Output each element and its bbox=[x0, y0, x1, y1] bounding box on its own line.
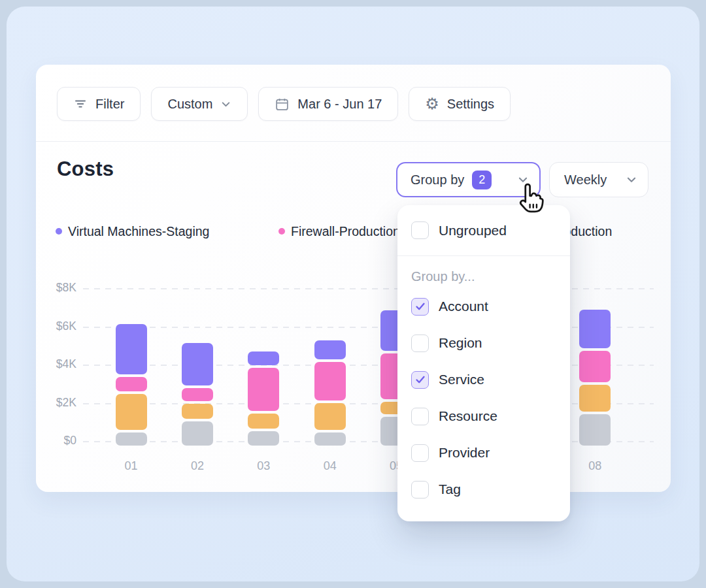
bar-segment-virtual-machines-staging[interactable] bbox=[579, 310, 611, 348]
toolbar: Filter Custom Mar 6 - Jun 17 ⚙ Settings bbox=[57, 87, 511, 121]
page-title: Costs bbox=[57, 157, 114, 181]
date-range-label: Mar 6 - Jun 17 bbox=[297, 97, 382, 112]
checkbox-unchecked[interactable] bbox=[411, 335, 429, 352]
bar-segment-virtual-machines-staging[interactable] bbox=[182, 343, 213, 385]
dropdown-option-account[interactable]: Account bbox=[397, 288, 570, 325]
legend-dot-icon bbox=[278, 228, 285, 235]
dropdown-option-service[interactable]: Service bbox=[397, 361, 570, 398]
dropdown-option-label: Region bbox=[439, 335, 482, 351]
chevron-down-icon bbox=[517, 174, 529, 186]
bar-segment-virtual-machines-staging[interactable] bbox=[248, 351, 279, 365]
bar-segment-unknown-a-legend-hidden-[interactable] bbox=[248, 431, 279, 446]
bar-segment-firewall-production[interactable] bbox=[248, 368, 279, 411]
legend-item[interactable]: Firewall-Production bbox=[278, 222, 400, 240]
dropdown-option-label: Service bbox=[439, 372, 484, 387]
gear-icon: ⚙ bbox=[425, 96, 439, 112]
x-axis-tick-label: 04 bbox=[314, 459, 346, 473]
app-background: { "theme": { "accent_purple": "#8577f2",… bbox=[0, 0, 706, 588]
bar-segment-firewall-production[interactable] bbox=[579, 351, 611, 382]
period-select[interactable]: Weekly bbox=[549, 162, 648, 197]
dropdown-option-resource[interactable]: Resource bbox=[397, 398, 570, 434]
dropdown-option-label: Tag bbox=[439, 482, 461, 497]
dropdown-option-label: Provider bbox=[439, 445, 490, 461]
bar-segment-unknown-a-legend-hidden-[interactable] bbox=[579, 414, 611, 446]
y-axis-tick-label: $0 bbox=[36, 434, 76, 448]
dropdown-section-label: Group by... bbox=[411, 269, 556, 284]
group-by-dropdown-menu: Ungrouped Group by... AccountRegionServi… bbox=[397, 205, 570, 521]
bar-segment-unknown-a-legend-hidden-[interactable] bbox=[182, 421, 213, 446]
date-range-button[interactable]: Mar 6 - Jun 17 bbox=[258, 87, 398, 121]
costs-card: Filter Custom Mar 6 - Jun 17 ⚙ Settings … bbox=[36, 65, 671, 492]
bar-segment-unknown-b-legend-hidden-[interactable] bbox=[314, 403, 346, 430]
filter-label: Filter bbox=[95, 97, 124, 112]
filter-icon bbox=[73, 97, 88, 111]
settings-button[interactable]: ⚙ Settings bbox=[409, 87, 511, 121]
bar-segment-unknown-a-legend-hidden-[interactable] bbox=[116, 433, 147, 446]
settings-label: Settings bbox=[447, 97, 494, 112]
custom-range-select[interactable]: Custom bbox=[151, 87, 248, 121]
chevron-down-icon bbox=[626, 174, 637, 186]
section-divider bbox=[36, 141, 671, 142]
dropdown-option-provider[interactable]: Provider bbox=[397, 434, 570, 471]
bar-segment-virtual-machines-staging[interactable] bbox=[314, 340, 346, 359]
checkbox-unchecked[interactable] bbox=[411, 221, 429, 239]
dropdown-option-tag[interactable]: Tag bbox=[397, 471, 570, 508]
bar-segment-firewall-production[interactable] bbox=[182, 388, 213, 401]
legend-dot-icon bbox=[56, 228, 62, 235]
bar-segment-unknown-b-legend-hidden-[interactable] bbox=[579, 385, 611, 412]
bar-segment-unknown-b-legend-hidden-[interactable] bbox=[116, 394, 147, 429]
y-axis-tick-label: $8K bbox=[36, 281, 76, 295]
y-axis-tick-label: $6K bbox=[36, 319, 76, 333]
y-axis-tick-label: $2K bbox=[36, 396, 76, 410]
checkbox-checked[interactable] bbox=[411, 298, 429, 316]
filter-button[interactable]: Filter bbox=[57, 87, 141, 121]
dropdown-option-label: Ungrouped bbox=[439, 223, 507, 238]
legend-label: Virtual Machines-Staging bbox=[68, 224, 209, 239]
legend-label: Firewall-Production bbox=[291, 224, 400, 239]
custom-label: Custom bbox=[167, 97, 212, 112]
dropdown-option-ungrouped[interactable]: Ungrouped bbox=[397, 205, 570, 255]
checkbox-unchecked[interactable] bbox=[411, 444, 429, 462]
checkbox-unchecked[interactable] bbox=[411, 481, 429, 498]
period-label: Weekly bbox=[564, 172, 607, 188]
dropdown-option-region[interactable]: Region bbox=[397, 325, 570, 361]
x-axis-tick-label: 03 bbox=[248, 459, 279, 473]
calendar-icon bbox=[275, 97, 290, 112]
checkbox-checked[interactable] bbox=[411, 371, 429, 389]
group-by-label: Group by bbox=[411, 172, 464, 188]
bar-segment-firewall-production[interactable] bbox=[314, 362, 346, 400]
checkbox-unchecked[interactable] bbox=[411, 408, 429, 425]
bar-segment-firewall-production[interactable] bbox=[116, 377, 147, 391]
bar-segment-unknown-b-legend-hidden-[interactable] bbox=[182, 404, 213, 419]
dropdown-option-label: Account bbox=[439, 299, 488, 314]
y-axis-tick-label: $4K bbox=[36, 357, 76, 371]
group-by-count-badge: 2 bbox=[472, 171, 492, 189]
x-axis-tick-label: 01 bbox=[116, 459, 147, 473]
bar-segment-unknown-a-legend-hidden-[interactable] bbox=[314, 433, 346, 446]
x-axis-tick-label: 02 bbox=[182, 459, 213, 473]
bar-segment-unknown-b-legend-hidden-[interactable] bbox=[248, 414, 279, 429]
dropdown-divider bbox=[397, 255, 570, 256]
x-axis-tick-label: 08 bbox=[579, 459, 611, 473]
dropdown-option-label: Resource bbox=[439, 408, 497, 424]
bar-segment-virtual-machines-staging[interactable] bbox=[116, 324, 147, 375]
legend-item[interactable]: Virtual Machines-Staging bbox=[56, 222, 209, 240]
chevron-down-icon bbox=[220, 99, 231, 110]
group-by-button[interactable]: Group by 2 bbox=[396, 162, 541, 197]
